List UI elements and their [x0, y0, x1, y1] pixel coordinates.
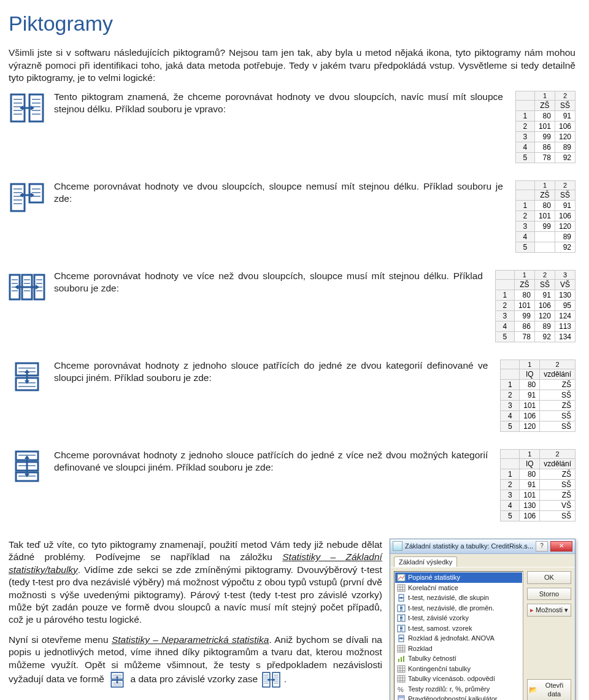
- pictogram-description: Chceme porovnávat hodnoty z jednoho slou…: [54, 360, 491, 385]
- pictogram-row: Chceme porovnávat hodnoty ve dvou sloupc…: [9, 180, 576, 253]
- pictogram-two-cols-unequal-icon: [9, 182, 45, 213]
- closing-text: Tak teď už víte, co tyto piktogramy znam…: [9, 539, 382, 696]
- list-item[interactable]: Kontingenční tabulky: [395, 664, 522, 674]
- list-item[interactable]: Rozklad & jednofakt. ANOVA: [395, 633, 522, 644]
- page-title: Piktogramy: [9, 10, 576, 37]
- pictogram-one-col-two-groups-icon: [9, 361, 45, 393]
- list-item[interactable]: Rozklad: [395, 644, 522, 654]
- ok-button[interactable]: OK: [527, 571, 571, 584]
- pictogram-description: Chceme porovnávat hodnoty ve více než dv…: [54, 270, 487, 295]
- pictogram-three-cols-equal-icon: [9, 271, 45, 303]
- list-item[interactable]: t-test, závislé vzorky: [395, 613, 522, 623]
- pictogram-description: Chceme porovnávat hodnoty z jednoho slou…: [54, 449, 491, 474]
- list-item[interactable]: Tabulky četností: [395, 653, 522, 664]
- options-button[interactable]: ▸Možnosti▾: [527, 604, 571, 617]
- pictogram-two-cols-equal-icon: [9, 92, 45, 124]
- dialog-title: Základní statistiky a tabulky: CreditRis…: [405, 542, 533, 551]
- list-item[interactable]: t-test, nezávislé, dle skupin: [395, 593, 522, 603]
- example-table: 123 ZŠSŠVŠ 18091130 210110695 399120124 …: [495, 270, 576, 342]
- example-table: 12 ZŠSŠ 18091 2101106 399120 489 592: [515, 180, 576, 253]
- open-data-button[interactable]: 📂Otevři data: [527, 679, 571, 700]
- list-item[interactable]: Tabulky vícenásob. odpovědí: [395, 674, 522, 684]
- example-table: 12 IQvzdělání 180ZŠ 291SŠ 3101ZŠ 4106SŠ …: [500, 360, 576, 432]
- help-button[interactable]: ?: [536, 541, 548, 552]
- pictogram-one-col-multi-groups-icon: [9, 450, 45, 482]
- list-item[interactable]: Korelační matice: [395, 583, 522, 593]
- pictogram-row: Tento piktogram znamená, že chceme porov…: [9, 91, 576, 163]
- pictogram-description: Tento piktogram znamená, že chceme porov…: [54, 91, 507, 116]
- inline-pictogram-one-col-two-groups-icon: [107, 671, 128, 688]
- pictogram-row: Chceme porovnávat hodnoty ve více než dv…: [9, 270, 576, 342]
- pictogram-row: Chceme porovnávat hodnoty z jednoho slou…: [9, 449, 576, 521]
- list-item[interactable]: t-test, samost. vzorek: [395, 623, 522, 634]
- pictogram-description: Chceme porovnávat hodnoty ve dvou sloupc…: [54, 180, 507, 206]
- window-app-icon: [393, 541, 402, 551]
- inline-pictogram-two-cols-equal-icon: [261, 671, 282, 688]
- cancel-button[interactable]: Storno: [527, 588, 571, 601]
- example-table: 12 ZŠSŠ 18091 2101106 399120 48689 57892: [515, 91, 576, 163]
- list-item[interactable]: Pravděpodobnostní kalkulátor: [395, 694, 522, 700]
- basic-stats-dialog: Základní statistiky a tabulky: CreditRis…: [390, 539, 576, 700]
- tab-basic-results[interactable]: Základní výsledky: [394, 556, 457, 567]
- methods-listbox[interactable]: Popisné statistiky Korelační matice t-te…: [394, 571, 523, 700]
- menu-path-nonparametric: Statistiky – Neparametrická statistika: [112, 634, 269, 645]
- close-button[interactable]: ✕: [550, 541, 572, 552]
- list-item[interactable]: Testy rozdílů: r, %, průměry: [395, 684, 522, 694]
- example-table: 12 IQvzdělání 180ZŠ 291SŠ 3101ZŠ 4130VŠ …: [500, 449, 576, 521]
- list-item[interactable]: Popisné statistiky: [395, 572, 522, 583]
- pictogram-row: Chceme porovnávat hodnoty z jednoho slou…: [9, 360, 576, 432]
- intro-paragraph: Všimli jste si v softwaru následujících …: [9, 47, 576, 84]
- list-item[interactable]: t-test, nezávislé, dle proměn.: [395, 603, 522, 613]
